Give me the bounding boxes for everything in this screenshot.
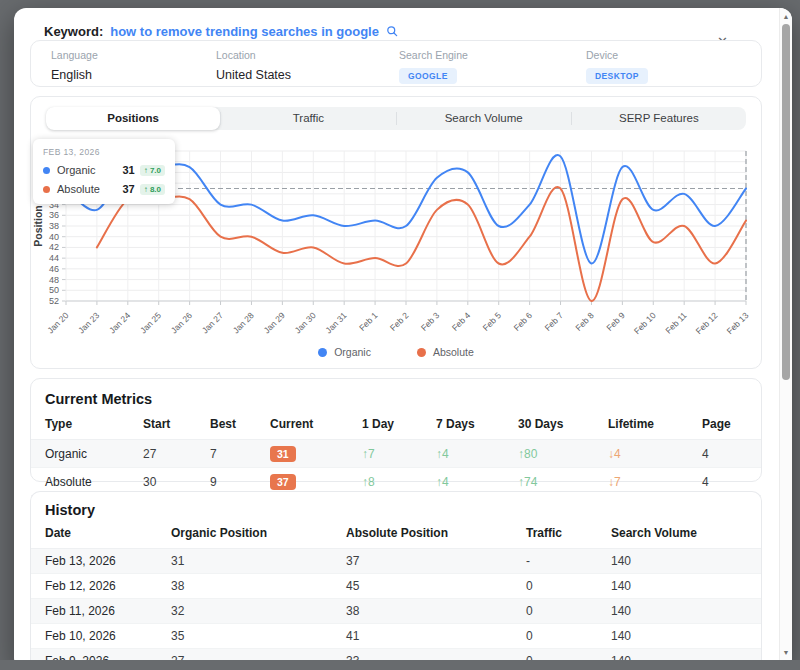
tooltip-row-organic: Organic31↑ 7.0 [43, 164, 165, 176]
search-icon[interactable] [386, 25, 398, 37]
history-title: History [31, 492, 761, 526]
history-cell: 0 [526, 579, 611, 593]
organic-legend-dot-icon [318, 348, 327, 357]
history-cell: 140 [611, 554, 747, 568]
tab-serp-features[interactable]: SERP Features [572, 107, 746, 130]
info-value: United States [216, 68, 399, 82]
current-metrics-header: TypeStartBestCurrent1 Day7 Days30 DaysLi… [31, 417, 761, 440]
svg-text:Jan 23: Jan 23 [76, 310, 101, 335]
svg-text:Feb 11: Feb 11 [663, 310, 689, 336]
metrics-7days: ↑4 [436, 475, 518, 489]
svg-text:Jan 28: Jan 28 [231, 310, 256, 335]
info-value: DESKTOP [586, 68, 761, 84]
history-cell: Feb 11, 2026 [45, 604, 171, 618]
metrics-lifetime: ↓4 [608, 447, 702, 461]
svg-text:40: 40 [49, 232, 59, 242]
history-cell: 35 [171, 629, 346, 643]
metrics-start: 27 [143, 447, 210, 461]
svg-text:50: 50 [49, 285, 59, 295]
tooltip-series-value: 37 [122, 183, 134, 195]
svg-text:Position: Position [32, 205, 44, 246]
tab-positions[interactable]: Positions [46, 107, 220, 130]
info-label: Language [51, 49, 216, 61]
history-header: DateOrganic PositionAbsolute PositionTra… [31, 526, 761, 549]
metrics-current: 37 [270, 474, 362, 490]
svg-text:Feb 9: Feb 9 [604, 310, 627, 333]
svg-text:Feb 7: Feb 7 [543, 310, 566, 333]
history-row: Feb 12, 202638450140 [31, 574, 761, 599]
info-grid: LanguageEnglishLocationUnited StatesSear… [31, 41, 761, 84]
history-col-header: Date [45, 526, 171, 540]
info-value: GOOGLE [399, 68, 586, 84]
absolute-legend-dot-icon [417, 348, 426, 357]
history-cell: 38 [346, 604, 526, 618]
history-cell: Feb 10, 2026 [45, 629, 171, 643]
tooltip-series-value: 31 [122, 164, 134, 176]
google-badge: GOOGLE [399, 68, 457, 84]
scrollbar-down-icon[interactable]: ▼ [780, 648, 792, 658]
svg-text:Jan 25: Jan 25 [138, 310, 163, 335]
modal-scrollbar[interactable]: ▲ ▼ [779, 8, 792, 670]
history-cell: - [526, 554, 611, 568]
history-col-header: Search Volume [611, 526, 747, 540]
history-card: History DateOrganic PositionAbsolute Pos… [30, 491, 762, 670]
metrics-1day: ↑7 [362, 447, 436, 461]
metrics-row-organic: Organic27731↑7↑4↑80↓44 [31, 440, 761, 468]
scrollbar-up-icon[interactable]: ▲ [780, 12, 792, 22]
tooltip-row-absolute: Absolute37↑ 8.0 [43, 183, 165, 195]
tooltip-change-badge: ↑ 8.0 [140, 184, 165, 195]
current-position-badge: 37 [270, 474, 296, 490]
svg-text:Jan 27: Jan 27 [200, 310, 225, 335]
tab-search-volume[interactable]: Search Volume [397, 107, 571, 130]
svg-text:Feb 8: Feb 8 [573, 310, 596, 333]
metrics-page: 4 [702, 447, 747, 461]
svg-text:Jan 31: Jan 31 [323, 310, 348, 335]
svg-text:Feb 5: Feb 5 [481, 310, 504, 333]
keyword-label: Keyword: [44, 24, 103, 39]
keyword-detail-modal: Keyword:how to remove trending searches … [14, 8, 792, 670]
tab-traffic[interactable]: Traffic [221, 107, 395, 130]
scrollbar-thumb[interactable] [782, 24, 790, 380]
metrics-col-header: Current [270, 417, 362, 431]
svg-text:Feb 10: Feb 10 [632, 310, 658, 336]
keyword-text: how to remove trending searches in googl… [110, 24, 379, 39]
metrics-col-header: 1 Day [362, 417, 436, 431]
panel-tabs: PositionsTrafficSearch VolumeSERP Featur… [46, 107, 746, 130]
tooltip-date: FEB 13, 2026 [43, 147, 165, 157]
svg-text:Feb 4: Feb 4 [450, 310, 473, 333]
history-cell: 45 [346, 579, 526, 593]
metrics-best: 9 [210, 475, 270, 489]
svg-text:Jan 26: Jan 26 [169, 310, 194, 335]
history-col-header: Absolute Position [346, 526, 526, 540]
history-cell: 0 [526, 629, 611, 643]
history-cell: 31 [171, 554, 346, 568]
info-label: Device [586, 49, 761, 61]
backdrop-bottom-band [0, 660, 800, 670]
tooltip-series-label: Absolute [57, 183, 122, 195]
legend-item-absolute[interactable]: Absolute [417, 346, 474, 358]
metrics-type: Organic [45, 447, 143, 461]
svg-text:Jan 29: Jan 29 [262, 310, 287, 335]
history-cell: 41 [346, 629, 526, 643]
info-label: Location [216, 49, 399, 61]
metrics-col-header: Start [143, 417, 210, 431]
metrics-1day: ↑8 [362, 475, 436, 489]
metrics-type: Absolute [45, 475, 143, 489]
legend-label: Organic [334, 346, 371, 358]
history-col-header: Traffic [526, 526, 611, 540]
metrics-start: 30 [143, 475, 210, 489]
current-metrics-title: Current Metrics [31, 379, 761, 417]
info-item-device: DeviceDESKTOP [586, 49, 761, 84]
history-cell: 140 [611, 604, 747, 618]
history-cell: 32 [171, 604, 346, 618]
legend-label: Absolute [433, 346, 474, 358]
metrics-col-header: Page [702, 417, 747, 431]
chart-tooltip: FEB 13, 2026 Organic31↑ 7.0Absolute37↑ 8… [33, 139, 175, 204]
metrics-col-header: Type [45, 417, 143, 431]
info-item-search-engine: Search EngineGOOGLE [399, 49, 586, 84]
metrics-30days: ↑74 [518, 475, 608, 489]
svg-text:52: 52 [49, 296, 59, 306]
svg-text:Jan 30: Jan 30 [293, 310, 318, 335]
legend-item-organic[interactable]: Organic [318, 346, 371, 358]
svg-text:46: 46 [49, 264, 59, 274]
